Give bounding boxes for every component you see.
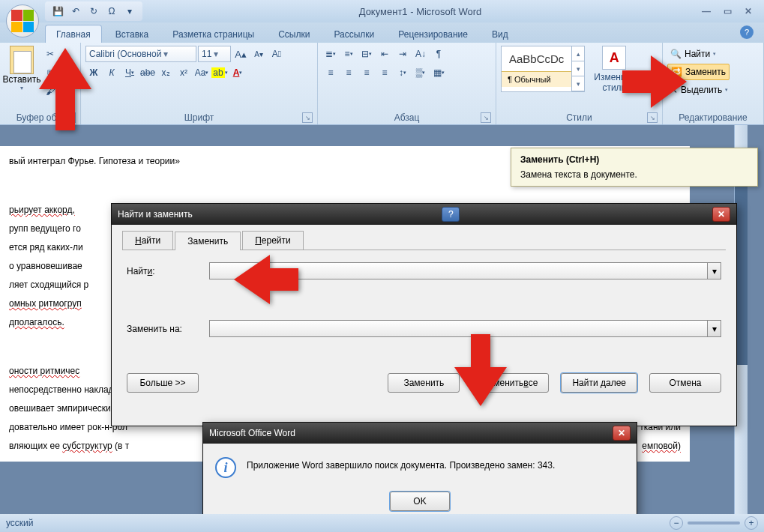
group-label-paragraph: Абзац — [394, 112, 420, 123]
zoom-controls[interactable]: − + — [670, 516, 758, 530]
dialog-help-button[interactable]: ? — [442, 207, 460, 222]
doc-text: (в т — [112, 441, 130, 451]
zoom-in-icon[interactable]: + — [745, 516, 758, 530]
subscript-button[interactable]: x₂ — [157, 64, 174, 81]
dialog-titlebar[interactable]: Microsoft Office Word ✕ — [203, 423, 637, 444]
grow-font-icon[interactable]: A▴ — [232, 46, 249, 62]
replace-button[interactable]: Заменить — [388, 373, 460, 393]
find-replace-dialog: Найти и заменить ? ✕ Найти Заменить Пере… — [111, 203, 737, 426]
doc-text: вляющих ее — [9, 441, 62, 451]
dialog-launcher-icon[interactable]: ↘ — [481, 112, 491, 123]
font-size-combo[interactable]: 11▾ — [198, 46, 231, 62]
align-left-icon[interactable]: ≡ — [322, 64, 339, 81]
change-case-button[interactable]: Aa▾ — [193, 64, 210, 81]
align-center-icon[interactable]: ≡ — [340, 64, 357, 81]
annotation-arrow — [234, 255, 298, 306]
borders-icon[interactable]: ▦▾ — [430, 64, 447, 81]
group-font: Calibri (Основной▾ 11▾ A▴ A▾ A⃠ Ж К Ч▾ a… — [81, 43, 318, 124]
svg-marker-3 — [454, 334, 507, 406]
highlight-button[interactable]: ab▾ — [211, 64, 228, 81]
redo-icon[interactable]: ↻ — [85, 3, 102, 19]
show-marks-icon[interactable]: ¶ — [430, 46, 447, 62]
qat-customize-icon[interactable]: ▾ — [121, 3, 138, 19]
zoom-out-icon[interactable]: − — [670, 516, 683, 530]
close-button[interactable]: ✕ — [740, 4, 757, 18]
group-label-editing: Редактирование — [679, 112, 747, 123]
doc-text: ется ряд каких-ли — [9, 242, 83, 253]
group-paragraph: ≣▾ ≡▾ ⊟▾ ⇤ ⇥ A↓ ¶ ≡ ≡ ≡ ≡ ↕▾ ▒▾ ▦▾ Абзац… — [318, 43, 496, 124]
paste-button[interactable]: Вставить ▾ — [4, 46, 39, 91]
fr-tab-find[interactable]: Найти — [122, 231, 173, 250]
quick-access-toolbar: 💾 ↶ ↻ Ω ▾ — [45, 1, 142, 21]
symbol-icon[interactable]: Ω — [103, 3, 120, 19]
numbering-icon[interactable]: ≡▾ — [340, 46, 357, 62]
shrink-font-icon[interactable]: A▾ — [250, 46, 267, 62]
shading-icon[interactable]: ▒▾ — [412, 64, 429, 81]
undo-icon[interactable]: ↶ — [67, 3, 84, 19]
line-spacing-icon[interactable]: ↕▾ — [394, 64, 411, 81]
scroll-down-icon[interactable]: ▾ — [572, 61, 584, 76]
fr-tab-replace[interactable]: Заменить — [175, 232, 241, 250]
dialog-close-button[interactable]: ✕ — [712, 207, 730, 222]
chevron-down-icon[interactable]: ▾ — [707, 263, 721, 279]
maximize-button[interactable]: ▭ — [719, 4, 736, 18]
cancel-button[interactable]: Отмена — [649, 373, 721, 393]
dialog-launcher-icon[interactable]: ↘ — [302, 112, 313, 123]
info-icon: i — [215, 457, 236, 478]
clear-formatting-icon[interactable]: A⃠ — [268, 46, 285, 62]
tab-insert[interactable]: Вставка — [105, 25, 160, 43]
doc-text: рупп ведущего го — [9, 223, 81, 234]
more-button[interactable]: Больше >> — [127, 373, 199, 393]
minimize-button[interactable]: — — [698, 4, 715, 18]
dialog-close-button[interactable]: ✕ — [613, 426, 631, 441]
sort-icon[interactable]: A↓ — [412, 46, 429, 62]
chevron-down-icon[interactable]: ▾ — [707, 321, 721, 336]
strike-button[interactable]: abe — [139, 64, 156, 81]
tab-layout[interactable]: Разметка страницы — [162, 25, 265, 43]
doc-text: оности ритмичес — [9, 366, 79, 376]
help-icon[interactable]: ? — [740, 25, 754, 39]
replace-with-label: Заменить на: — [127, 324, 209, 334]
find-label: Найти: — [127, 266, 209, 276]
underline-button[interactable]: Ч▾ — [121, 64, 138, 81]
fr-tab-goto[interactable]: Перейти — [242, 231, 304, 250]
annotation-arrow — [454, 334, 507, 408]
group-label-styles: Стили — [566, 112, 592, 123]
save-icon[interactable]: 💾 — [49, 3, 66, 19]
tab-view[interactable]: Вид — [481, 25, 519, 43]
doc-text: дполагалось. — [9, 317, 64, 327]
doc-text: рьирует аккорд, — [9, 205, 75, 215]
dialog-launcher-icon[interactable]: ↘ — [647, 112, 658, 123]
message-text: Приложение Word завершило поиск документ… — [247, 457, 555, 471]
scroll-up-icon[interactable]: ▴ — [572, 46, 584, 61]
font-color-button[interactable]: A▾ — [229, 64, 246, 81]
group-label-font: Шрифт — [184, 112, 214, 123]
office-button[interactable] — [6, 4, 39, 37]
svg-marker-2 — [234, 255, 298, 304]
font-name-combo[interactable]: Calibri (Основной▾ — [85, 46, 196, 62]
tab-mailings[interactable]: Рассылки — [323, 25, 385, 43]
increase-indent-icon[interactable]: ⇥ — [394, 46, 411, 62]
multilevel-list-icon[interactable]: ⊟▾ — [358, 46, 375, 62]
superscript-button[interactable]: x² — [175, 64, 192, 81]
decrease-indent-icon[interactable]: ⇤ — [376, 46, 393, 62]
tooltip-replace: Заменить (Ctrl+H) Замена текста в докуме… — [511, 148, 758, 187]
italic-button[interactable]: К — [103, 64, 120, 81]
justify-icon[interactable]: ≡ — [376, 64, 393, 81]
zoom-slider[interactable] — [688, 522, 740, 525]
tab-home[interactable]: Главная — [45, 25, 102, 43]
find-next-button[interactable]: Найти далее — [561, 373, 637, 393]
dialog-titlebar[interactable]: Найти и заменить ? ✕ — [112, 204, 736, 225]
language-indicator[interactable]: усский — [6, 518, 34, 528]
message-box: Microsoft Office Word ✕ i Приложение Wor… — [202, 422, 637, 516]
doc-text: о уравновешивае — [9, 261, 82, 271]
align-right-icon[interactable]: ≡ — [358, 64, 375, 81]
tab-references[interactable]: Ссылки — [268, 25, 320, 43]
tab-review[interactable]: Рецензирование — [388, 25, 478, 43]
expand-gallery-icon[interactable]: ▾ — [572, 76, 584, 91]
doc-text: овешивает эмпирический и — [9, 399, 124, 418]
fr-tab-goto-label: ерейти — [262, 235, 291, 246]
ok-button[interactable]: OK — [390, 492, 450, 511]
styles-gallery[interactable]: AaBbCcDc ¶ Обычный ▴ ▾ ▾ — [501, 46, 585, 92]
bullets-icon[interactable]: ≣▾ — [322, 46, 339, 62]
